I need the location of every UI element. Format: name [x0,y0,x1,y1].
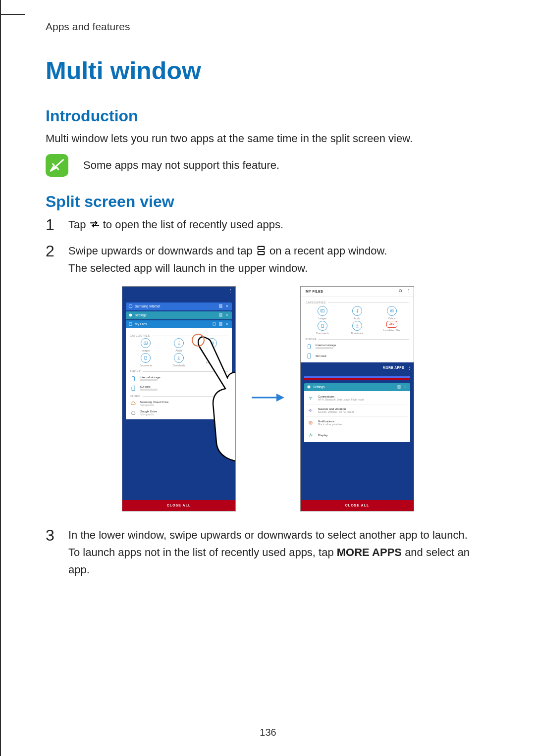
category-installation-files: APKInstallation files [375,321,409,335]
close-icon [225,304,229,308]
row-title: Google Drive [140,410,157,413]
svg-rect-4 [219,306,222,307]
category-images: Images [130,338,162,352]
close-all-button: CLOSE ALL [301,500,414,511]
category-documents: Documents [306,321,339,335]
step-1: 1 Tap to open the list of recently used … [46,216,490,233]
more-apps-bar: MORE APPS ⋮ [301,362,414,373]
phone-mock-split: MY FILES ⋮ CATEGORIES Images Audio Video… [300,286,414,511]
placeholder-text [316,347,333,349]
step1-text-pre: Tap [68,218,89,231]
row-sub: Not signed in [140,413,157,416]
close-all-button: CLOSE ALL [122,500,235,511]
svg-rect-23 [398,386,400,387]
row-title: Internal storage [316,344,336,347]
step3-body1: In the lower window, swipe upwards or do… [68,526,490,544]
accent-under [304,378,410,380]
svg-rect-24 [398,387,400,388]
row-title: Internal storage [140,376,160,379]
settings-notifications: NotificationsBlock, allow, prioritise [306,417,408,429]
svg-rect-21 [308,344,311,349]
sd-card-icon [306,353,313,359]
more-menu-icon: ⋮ [228,289,232,294]
group-phone: PHONE [306,338,409,341]
sd-card-icon [130,385,137,392]
recent-app-icon [128,304,133,308]
svg-rect-3 [219,305,222,306]
svg-rect-0 [258,247,264,250]
settings-sounds: Sounds and vibrationSounds, Vibration, D… [306,404,408,417]
row-sub: Sounds, Vibration, Do not disturb [318,410,354,413]
row-sub: Block, allow, prioritise [318,423,342,426]
split-view-icon [218,304,223,308]
phone-icon [130,375,137,382]
svg-point-25 [311,399,311,400]
row-title: Samsung Cloud Drive [140,401,168,403]
status-bar: ⋮ [122,287,235,296]
close-icon [225,313,229,317]
category-downloads: Downloads [340,321,374,335]
svg-point-5 [129,314,132,317]
hand-pointer-illustration [191,329,236,463]
phone-mock-recents: ⋮ Samsung Internet Settings My Files [122,286,236,511]
group-categories: CATEGORIES [306,301,409,304]
recent-app-icon [128,313,133,317]
step-number: 2 [46,242,58,277]
heading-split-screen-view: Split screen view [46,193,490,211]
svg-rect-1 [258,252,264,254]
svg-rect-10 [219,323,222,324]
step3-bold: MORE APPS [337,546,402,558]
svg-point-17 [399,289,402,292]
page-number: 136 [1,727,535,738]
step3-body2a: To launch apps not in the list of recent… [68,546,337,558]
svg-rect-15 [132,376,135,381]
group-label: PHONE [130,370,143,373]
row-sub: Wi-Fi, Bluetooth, Data usage, Flight mod… [318,398,364,401]
figure-split-screen: ⋮ Samsung Internet Settings My Files [46,286,490,511]
more-menu-icon: ⋮ [406,289,411,294]
recent-app-title: Settings [135,313,147,317]
myfiles-title: MY FILES [306,290,323,293]
svg-rect-7 [219,315,222,316]
svg-point-13 [145,342,145,343]
settings-connections: ConnectionsWi-Fi, Bluetooth, Data usage,… [306,392,408,404]
svg-point-19 [321,310,322,310]
recent-card-header: Samsung Internet [126,302,232,310]
recent-app-icon [128,322,133,326]
step2-text-pre: Swipe upwards or downwards and tap [68,245,256,257]
note-row: Some apps may not support this feature. [46,154,490,177]
note-text: Some apps may not support this feature. [83,159,279,172]
category-videos: Videos [375,306,409,320]
page-tab-notch [0,0,25,15]
page-title: Multi window [46,56,490,85]
svg-point-2 [129,304,132,308]
intro-body: Multi window lets you run two apps at th… [46,130,490,147]
cloud-icon [130,400,137,407]
placeholder-text [140,389,158,391]
phone-icon [306,343,313,350]
row-title: Display [318,434,328,437]
step-number: 3 [46,526,58,579]
step1-text-post: to open the list of recently used apps. [100,218,284,231]
svg-rect-9 [213,323,215,325]
step-2: 2 Swipe upwards or downwards and tap on … [46,242,490,277]
row-title: SD card [316,354,326,357]
category-images: Images [306,306,339,320]
split-view-icon [218,313,223,317]
category-downloads: Downloads [163,353,195,367]
step-body: Tap to open the list of recently used ap… [68,216,490,233]
wifi-icon [307,395,314,402]
category-audio: Audio [340,306,374,320]
recent-card-header: Settings [126,311,232,319]
split-view-icon [218,322,223,326]
recent-app-title: My Files [135,322,147,326]
more-menu-icon: ⋮ [407,365,412,370]
svg-point-27 [310,434,311,436]
storage-internal: Internal storage [306,343,409,350]
group-label: CATEGORIES [306,301,328,304]
group-label: CLOUD [130,395,143,398]
recents-icon [89,219,100,230]
myfiles-toolbar: MY FILES ⋮ [301,287,414,297]
notifications-icon [307,419,314,426]
group-label: PHONE [306,338,319,341]
